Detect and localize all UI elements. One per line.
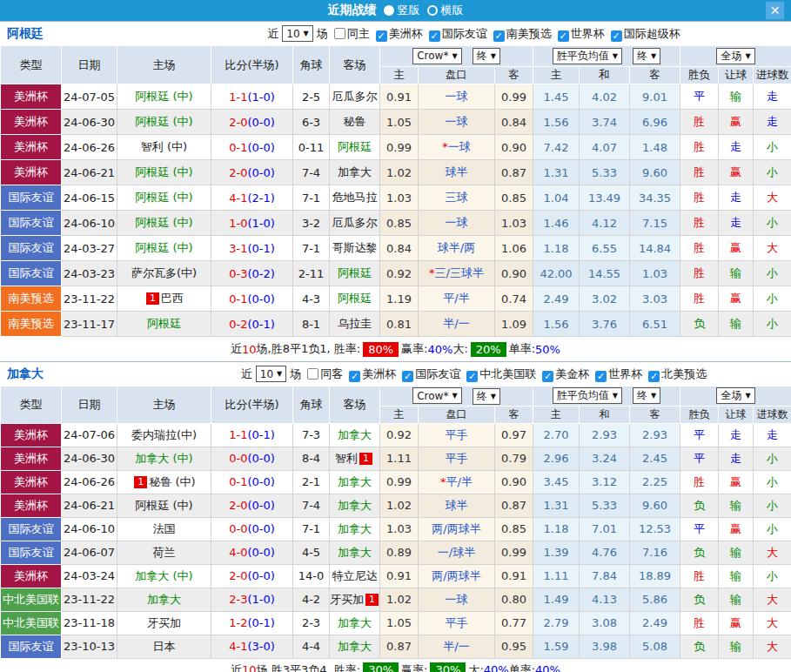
league-checkbox-checked[interactable]: ✓	[466, 371, 478, 382]
bookmaker-select[interactable]: Crow*▼	[412, 48, 461, 64]
away-team-cell: 厄瓜多尔	[330, 211, 380, 236]
asia-line-cell: 半/一	[419, 312, 495, 337]
eu-away-odds-cell: 2.49	[630, 611, 680, 635]
eu-draw-odds-cell: 5.33	[580, 160, 630, 185]
eu-away-odds-cell: 2.45	[630, 447, 680, 470]
radio-horizontal-label[interactable]: 横版	[441, 3, 464, 18]
score-cell: 2-0(0-0)	[211, 160, 293, 185]
league-type-cell: 美洲杯	[1, 110, 62, 135]
fulltime-score: 0-0	[229, 452, 247, 465]
goals-result-cell: 小	[754, 517, 791, 541]
eu-draw-odds-cell: 4.02	[580, 84, 630, 110]
same-venue-checkbox[interactable]	[307, 368, 318, 380]
home-team-cell: 阿根廷 (中)	[117, 110, 211, 135]
match-row: 国际友谊24-06-10法国0-0(0-0)7-1加拿大1.03两/两球半0.8…	[1, 517, 791, 541]
league-checkbox-checked[interactable]: ✓	[611, 30, 622, 42]
league-checkbox-checked[interactable]: ✓	[349, 371, 360, 382]
outcome-cell: 平	[680, 84, 719, 110]
asia-away-odds-cell: 0.77	[495, 611, 533, 635]
fullmatch-select[interactable]: 全场▼	[716, 387, 754, 404]
eu-away-odds-cell: 9.01	[630, 84, 680, 110]
corners-cell: 7-1	[293, 236, 330, 261]
radio-vertical-selected-icon[interactable]	[384, 5, 394, 16]
results-table-argentina: 类型 日期 主场 比分(半场) 角球 客场 Crow*▼ 终▼ 胜平负均值▼ 终…	[0, 45, 791, 337]
league-filters: ✓美洲杯✓国际友谊✓中北美国联✓美金杯✓世界杯✓北美预选	[343, 366, 707, 382]
league-checkbox-checked[interactable]: ✓	[558, 30, 569, 42]
outcome-cell: 胜	[680, 236, 719, 261]
away-team-cell: 阿根廷	[330, 286, 380, 312]
team-name-text: 加拿大	[338, 616, 372, 629]
score-cell: 1-1(0-1)	[211, 423, 293, 447]
handicap-result-cell: 赢	[719, 110, 754, 135]
final-odds-select[interactable]: 终▼	[473, 388, 500, 405]
eu-away-odds-cell: 6.96	[630, 110, 680, 135]
sub-goals: 进球数	[754, 406, 791, 423]
league-checkbox-checked[interactable]: ✓	[595, 371, 607, 382]
away-team-cell: 阿根廷	[330, 261, 380, 286]
league-checkbox-checked[interactable]: ✓	[402, 371, 413, 382]
asia-line-cell: 两/两球半	[419, 564, 495, 588]
handicap-line-text: 半/一	[443, 317, 469, 330]
final-odds-select-2[interactable]: 终▼	[633, 387, 660, 404]
league-checkbox-checked[interactable]: ✓	[429, 30, 440, 42]
match-count-select[interactable]: 10 ▼	[256, 366, 286, 382]
score-cell: 0-1(0-0)	[211, 470, 293, 494]
radio-vertical-label[interactable]: 竖版	[398, 3, 420, 18]
eu-away-odds-cell: 3.03	[630, 286, 680, 312]
match-date-cell: 23-11-17	[62, 312, 117, 337]
match-row: 南美预选23-11-17阿根廷0-2(0-1)8-1乌拉圭0.81半/一1.09…	[1, 312, 791, 337]
league-filter-label: 美洲杯	[362, 367, 396, 380]
asia-line-cell: 一球	[419, 84, 495, 110]
match-date-cell: 24-06-07	[62, 541, 117, 564]
match-date-cell: 24-06-26	[62, 470, 117, 494]
halftime-score: (0-0)	[247, 499, 274, 512]
goals-result-cell: 小	[754, 135, 791, 160]
league-checkbox-checked[interactable]: ✓	[648, 371, 660, 382]
same-venue-checkbox[interactable]	[334, 28, 345, 39]
asia-away-odds-cell: 0.79	[495, 447, 533, 470]
avg-odds-select[interactable]: 胜平负均值▼	[553, 387, 622, 404]
final-odds-value-2: 终	[637, 388, 647, 403]
handicap-line-text: 球半	[446, 165, 468, 178]
col-date: 日期	[62, 386, 117, 424]
corners-cell: 2-5	[293, 84, 330, 110]
league-type-cell: 国际友谊	[1, 185, 62, 211]
team-name-text: 加拿大	[338, 475, 372, 488]
avg-odds-select[interactable]: 胜平负均值▼	[553, 48, 622, 64]
final-odds-select-2[interactable]: 终▼	[633, 48, 660, 64]
close-icon[interactable]: ✕	[766, 2, 784, 19]
team-name-text: 阿根廷 (中)	[135, 499, 192, 512]
handicap-result-cell: 走	[719, 135, 754, 160]
league-filters: ✓美洲杯✓国际友谊✓南美预选✓世界杯✓国际超级杯	[370, 26, 680, 42]
team-name-text: 阿根廷	[338, 292, 372, 305]
eu-away-odds-cell: 9.60	[630, 494, 680, 517]
away-team-cell: 厄瓜多尔	[330, 84, 380, 110]
asia-home-odds-cell: 0.91	[380, 84, 419, 110]
asia-away-odds-cell: 0.87	[495, 160, 533, 185]
league-checkbox-checked[interactable]: ✓	[493, 30, 505, 42]
league-type-cell: 南美预选	[1, 286, 62, 312]
summary-text: 场,胜8平1负1, 胜率:	[257, 341, 361, 357]
league-checkbox-checked[interactable]: ✓	[542, 371, 553, 382]
eu-away-odds-cell: 14.84	[630, 236, 680, 261]
col-away: 客场	[330, 46, 380, 84]
league-type-cell: 国际友谊	[1, 211, 62, 236]
radio-horizontal-icon[interactable]	[427, 5, 438, 16]
bookmaker-select[interactable]: Crow*▼	[412, 387, 461, 404]
eu-away-odds-cell: 34.35	[630, 185, 680, 211]
fullmatch-select[interactable]: 全场▼	[716, 48, 754, 64]
match-row: 美洲杯24-07-05阿根廷 (中)1-1(1-0)2-5厄瓜多尔0.91一球0…	[1, 84, 791, 110]
halftime-score: (0-0)	[247, 292, 274, 306]
away-team-cell: 加拿大	[330, 494, 380, 517]
handicap-line-text: 平手	[446, 428, 468, 441]
final-odds-select[interactable]: 终▼	[473, 48, 500, 64]
team-name: 加拿大	[7, 366, 44, 382]
sub-eu-home: 主	[533, 67, 580, 84]
summary-text: 赢率:	[401, 662, 427, 672]
league-checkbox-checked[interactable]: ✓	[376, 30, 387, 42]
fulltime-score: 0-0	[229, 522, 247, 535]
home-team-cell: 阿根廷 (中)	[117, 494, 211, 517]
match-count-select[interactable]: 10 ▼	[282, 25, 312, 42]
team-name-text: 加拿大	[338, 165, 372, 178]
eu-home-odds-cell: 2.49	[533, 286, 580, 312]
